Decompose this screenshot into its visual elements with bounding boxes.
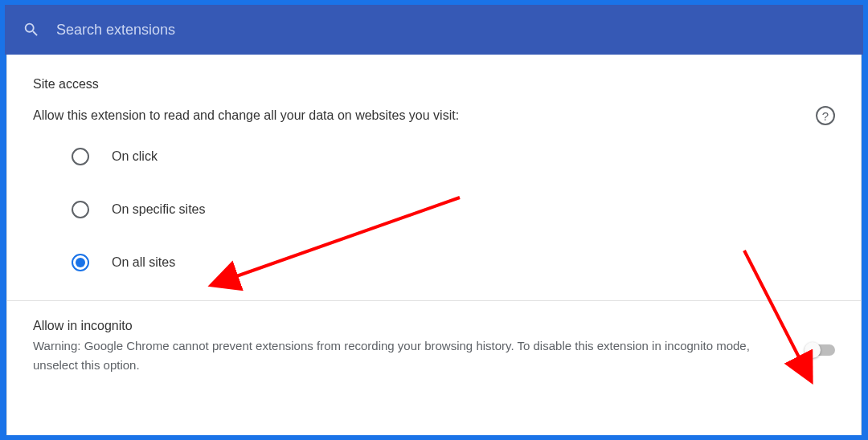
window-frame: Site access Allow this extension to read… [0,0,868,440]
radio-label: On specific sites [112,202,205,217]
radio-icon [72,148,89,165]
allow-incognito-title: Allow in incognito [33,319,790,333]
radio-on-all-sites[interactable]: On all sites [72,254,835,271]
allow-incognito-section: Allow in incognito Warning: Google Chrom… [7,301,861,391]
radio-label: On all sites [112,255,175,270]
radio-icon [72,201,89,218]
site-access-radio-group: On click On specific sites On all sites [33,148,835,271]
site-access-title: Site access [33,77,835,92]
radio-on-click[interactable]: On click [72,148,835,165]
toggle-knob [805,342,821,358]
help-icon[interactable]: ? [816,106,835,125]
search-icon [23,21,40,39]
radio-label: On click [112,149,158,164]
site-access-description: Allow this extension to read and change … [33,107,459,124]
radio-on-specific-sites[interactable]: On specific sites [72,201,835,218]
radio-icon [72,254,89,271]
search-bar [5,5,863,55]
allow-incognito-toggle[interactable] [806,344,835,356]
search-input[interactable] [56,22,845,39]
settings-panel: Site access Allow this extension to read… [6,55,862,435]
allow-incognito-warning: Warning: Google Chrome cannot prevent ex… [33,336,790,375]
site-access-section: Site access Allow this extension to read… [7,55,861,300]
